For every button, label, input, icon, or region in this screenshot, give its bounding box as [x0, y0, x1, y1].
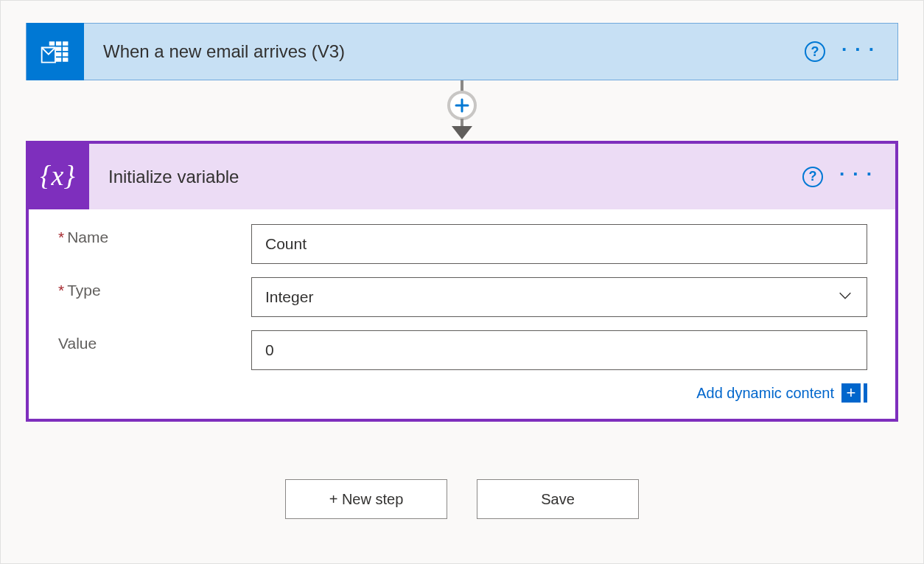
- value-label: Value: [58, 330, 251, 352]
- new-step-button[interactable]: + New step: [285, 479, 447, 519]
- more-icon[interactable]: · · ·: [839, 163, 895, 190]
- more-icon[interactable]: · · ·: [841, 38, 897, 66]
- trigger-card[interactable]: When a new email arrives (V3) ? · · ·: [26, 23, 898, 80]
- action-title: Initialize variable: [89, 167, 802, 187]
- outlook-icon: [27, 23, 84, 80]
- action-card: {x} Initialize variable ? · · · *Name *T…: [26, 141, 898, 422]
- help-icon[interactable]: ?: [805, 41, 825, 62]
- action-header[interactable]: {x} Initialize variable ? · · ·: [29, 144, 895, 209]
- arrow-down-icon: [452, 126, 472, 139]
- type-select[interactable]: Integer: [251, 277, 867, 317]
- name-label: *Name: [58, 224, 251, 246]
- help-icon[interactable]: ?: [802, 167, 823, 187]
- dynamic-content-row: Add dynamic content +: [58, 383, 867, 403]
- footer-buttons: + New step Save: [26, 479, 898, 519]
- insert-step-button[interactable]: [447, 91, 477, 120]
- variable-icon: {x}: [26, 141, 89, 209]
- plus-icon[interactable]: +: [841, 383, 861, 403]
- expression-tab-icon[interactable]: [864, 383, 867, 403]
- field-row-type: *Type Integer: [58, 277, 867, 317]
- value-input[interactable]: [251, 330, 867, 370]
- action-body: *Name *Type Integer: [29, 209, 895, 419]
- field-row-value: Value: [58, 330, 867, 370]
- type-value: Integer: [265, 288, 313, 306]
- required-mark: *: [58, 282, 64, 299]
- add-dynamic-content-link[interactable]: Add dynamic content: [696, 385, 834, 402]
- trigger-title: When a new email arrives (V3): [84, 41, 805, 62]
- type-label: *Type: [58, 277, 251, 299]
- save-button[interactable]: Save: [477, 479, 639, 519]
- connector: [26, 80, 898, 141]
- name-input[interactable]: [251, 224, 867, 264]
- field-row-name: *Name: [58, 224, 867, 264]
- chevron-down-icon: [837, 288, 853, 307]
- flow-canvas: When a new email arrives (V3) ? · · · {x…: [0, 0, 924, 564]
- required-mark: *: [58, 229, 64, 246]
